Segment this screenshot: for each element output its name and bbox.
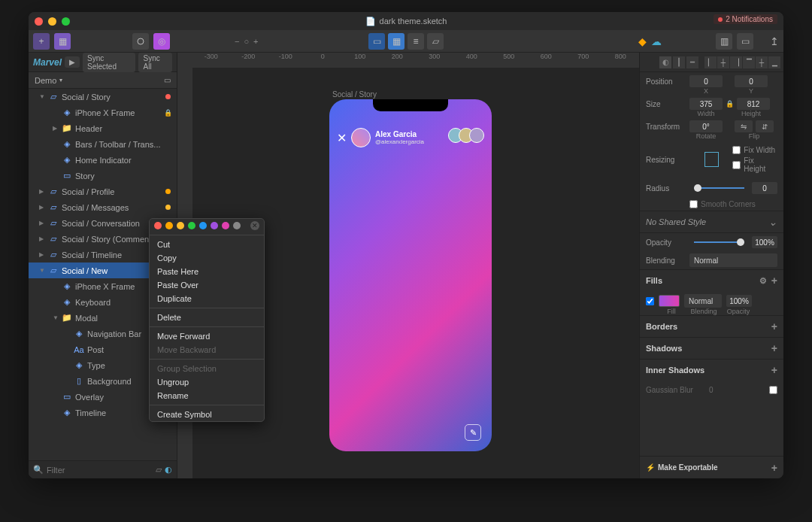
ctx-cut[interactable]: Cut [150, 238, 264, 251]
symbol-tool[interactable] [132, 33, 149, 50]
opacity-slider[interactable] [694, 241, 744, 243]
fill-enabled-check[interactable] [646, 297, 654, 305]
flip-h-button[interactable]: ⇋ [735, 120, 753, 132]
close-window[interactable] [35, 17, 43, 26]
tag-blue[interactable] [199, 222, 207, 229]
resize-constraints[interactable] [694, 141, 730, 178]
layer-l0[interactable]: ▼▱Social / Story [29, 89, 177, 105]
fill-opacity-input[interactable]: 100% [726, 295, 752, 307]
page-selector[interactable]: Demo ▾ ▭ [29, 72, 177, 89]
tag-clear[interactable]: ✕ [250, 221, 259, 230]
smooth-corners-check[interactable] [689, 200, 698, 208]
view-list[interactable]: ≡ [408, 33, 424, 50]
view-prototype[interactable]: ▱ [427, 33, 444, 50]
ctx-copy[interactable]: Copy [150, 251, 264, 265]
view-mode-1[interactable]: ▥ [716, 33, 732, 50]
insert-button[interactable]: + [33, 33, 50, 50]
minimize-window[interactable] [48, 17, 56, 26]
layer-l3[interactable]: ◈Bars / Toolbar / Trans... [29, 136, 177, 152]
page-options-icon[interactable]: ▭ [164, 76, 171, 84]
tag-green[interactable] [188, 222, 195, 229]
lock-icon[interactable]: 🔒 [726, 100, 734, 108]
tag-red[interactable] [154, 222, 162, 229]
fills-options-icon[interactable]: ⚙ [759, 276, 767, 286]
edit-icon[interactable]: ✎ [465, 424, 481, 441]
user-avatar[interactable] [351, 128, 371, 147]
blending-dropdown[interactable]: Normal [689, 253, 777, 267]
add-fill-button[interactable]: + [771, 275, 777, 287]
add-inner-shadow-button[interactable]: + [771, 364, 777, 376]
ctx-create-symbol[interactable]: Create Symbol [150, 408, 264, 421]
align-h-dist[interactable]: ┃ [673, 56, 685, 68]
layer-l4[interactable]: ◈Home Indicator [29, 152, 177, 168]
ctx-paste-here[interactable]: Paste Here [150, 265, 264, 278]
layer-l1[interactable]: ◈iPhone X Frame🔒 [29, 105, 177, 120]
marvel-play[interactable]: ▶ [65, 56, 80, 68]
style-dropdown-icon[interactable]: ⌄ [768, 216, 777, 228]
fill-blending-dropdown[interactable]: Normal [684, 294, 722, 308]
view-grid[interactable]: ▦ [388, 33, 404, 50]
filter-slice-icon[interactable]: ▱ [156, 465, 162, 475]
layer-l5[interactable]: ▭Story [29, 168, 177, 184]
align-left[interactable]: ▏ [704, 56, 717, 68]
height-input[interactable]: 812 [737, 98, 770, 110]
viewers-avatars[interactable] [453, 128, 484, 143]
align-v-dist[interactable]: ━ [686, 56, 698, 68]
shared-style-dropdown[interactable]: No Shared Style [646, 217, 706, 226]
width-input[interactable]: 375 [689, 98, 723, 110]
gaussian-blur-check[interactable] [769, 386, 777, 394]
position-y-input[interactable]: 0 [735, 75, 768, 87]
create-symbol-button[interactable]: ◎ [153, 33, 170, 50]
tag-purple[interactable] [211, 222, 218, 229]
position-x-input[interactable]: 0 [689, 75, 723, 87]
layer-l6[interactable]: ▶▱Social / Profile [29, 184, 177, 199]
layer-l7[interactable]: ▶▱Social / Messages [29, 199, 177, 215]
sync-selected-button[interactable]: Sync Selected [83, 53, 135, 72]
view-canvas[interactable]: ▭ [368, 33, 385, 50]
sketch-diamond-icon[interactable]: ◆ [638, 35, 647, 47]
fix-width-check[interactable]: Fix Width [732, 146, 777, 154]
zoom-reset[interactable]: ○ [244, 37, 249, 46]
zoom-in[interactable]: + [253, 37, 258, 46]
filter-input[interactable] [47, 466, 153, 475]
radius-slider[interactable] [694, 187, 744, 189]
align-center-h[interactable]: ┼ [717, 56, 729, 68]
flip-v-button[interactable]: ⇵ [756, 120, 774, 132]
view-mode-2[interactable]: ▭ [737, 33, 753, 50]
layer-l2[interactable]: ▶📁Header [29, 120, 177, 136]
align-right[interactable]: ▕ [730, 56, 742, 68]
rotate-input[interactable]: 0° [689, 120, 723, 132]
sync-all-button[interactable]: Sync All [138, 53, 172, 72]
add-shadow-button[interactable]: + [771, 342, 777, 354]
export-icon[interactable]: ↥ [770, 35, 779, 47]
ctx-move-forward[interactable]: Move Forward [150, 329, 264, 343]
ctx-delete[interactable]: Delete [150, 311, 264, 324]
fill-swatch[interactable] [659, 295, 680, 307]
filter-mirror-icon[interactable]: ◐ [165, 465, 172, 475]
tag-yellow[interactable] [177, 222, 184, 229]
add-export-button[interactable]: + [771, 462, 777, 474]
fix-height-check[interactable]: Fix Height [732, 156, 777, 173]
ctx-rename[interactable]: Rename [150, 389, 264, 402]
artboard-title[interactable]: Social / Story [332, 90, 377, 99]
artboard-social-story[interactable]: ✕ Alex Garcia @alexandergarcia ✎ [329, 99, 492, 451]
add-border-button[interactable]: + [771, 320, 777, 332]
inspector-tab-style[interactable]: ◐ [659, 56, 671, 68]
ctx-ungroup[interactable]: Ungroup [150, 375, 264, 389]
ctx-duplicate[interactable]: Duplicate [150, 292, 264, 305]
opacity-input[interactable]: 100% [752, 236, 777, 248]
maximize-window[interactable] [62, 17, 70, 26]
notifications-badge[interactable]: 2 Notifications [714, 14, 777, 24]
shape-tool[interactable]: ▦ [54, 33, 71, 50]
ctx-paste-over[interactable]: Paste Over [150, 278, 264, 292]
align-bottom[interactable]: ▁ [768, 56, 780, 68]
tag-gray[interactable] [233, 222, 241, 229]
align-top[interactable]: ▔ [743, 56, 755, 68]
close-icon[interactable]: ✕ [337, 131, 347, 145]
tag-orange[interactable] [165, 222, 173, 229]
cloud-icon[interactable]: ☁ [651, 35, 662, 47]
align-center-v[interactable]: ┼ [756, 56, 768, 68]
radius-input[interactable]: 0 [752, 182, 777, 194]
zoom-out[interactable]: − [235, 37, 239, 46]
tag-pink[interactable] [222, 222, 229, 229]
